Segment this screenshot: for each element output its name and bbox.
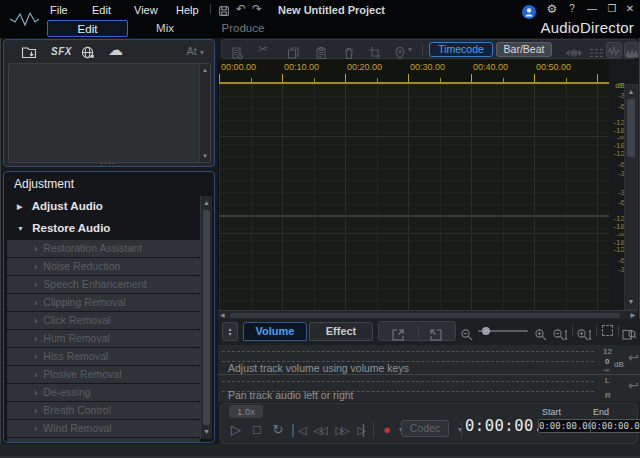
spectral-view-button[interactable]	[624, 42, 640, 58]
stop-button[interactable]: □	[247, 420, 267, 440]
chevron-icon: ›	[34, 240, 37, 257]
crop-trim-icon[interactable]	[368, 43, 382, 61]
zoom-in-horizontal-icon[interactable]	[534, 325, 548, 343]
adjustment-item-hiss-removal[interactable]: ›Hiss Removal	[7, 348, 200, 365]
window-bottom-strip	[0, 444, 640, 458]
scroll-down-icon[interactable]: ▼	[200, 151, 210, 161]
paste-icon[interactable]	[314, 43, 328, 61]
track2-center-line	[219, 233, 609, 234]
waveform-canvas[interactable]	[219, 84, 609, 310]
undo-icon[interactable]: ↶	[236, 2, 246, 16]
timecode-button[interactable]: Timecode	[429, 42, 493, 57]
rewind-button[interactable]: ◁◁	[309, 420, 329, 440]
help-button[interactable]: ?	[564, 2, 580, 16]
hscroll-thumb[interactable]	[230, 313, 620, 318]
pan-reset-icon[interactable]: ↩	[628, 378, 639, 393]
adjustment-item-noise-reduction[interactable]: ›Noise Reduction	[7, 258, 200, 275]
adjustment-item-dereverb[interactable]: ›DeReverb	[7, 438, 200, 443]
volume-reset-icon[interactable]: ↩	[628, 350, 639, 365]
sfx-library-button[interactable]: SFX	[51, 46, 72, 62]
adjustment-item-de-essing[interactable]: ›De-essing	[7, 384, 200, 401]
user-avatar[interactable]	[522, 2, 536, 20]
scroll-up-icon[interactable]: ▲	[200, 65, 210, 75]
scroll-down-icon[interactable]: ▼	[625, 297, 637, 307]
menu-help[interactable]: Help	[170, 3, 205, 17]
time-stretch-icon[interactable]	[566, 43, 582, 61]
adjustment-item-breath-control[interactable]: ›Breath Control	[7, 402, 200, 419]
media-library-list[interactable]: ▲ ▼	[8, 63, 211, 163]
panel-expand-button[interactable]: ▴ ▾	[222, 322, 238, 341]
adjustment-item-hum-removal[interactable]: ›Hum Removal	[7, 330, 200, 347]
delete-trash-icon[interactable]	[342, 43, 356, 61]
track-divider[interactable]	[219, 215, 609, 217]
zoom-out-horizontal-icon[interactable]	[460, 325, 474, 343]
adjustment-item-click-removal[interactable]: ›Click Removal	[7, 312, 200, 329]
start-time-field[interactable]: 0:00:00.000	[538, 419, 596, 433]
tab-produce[interactable]: Produce	[208, 20, 278, 37]
loop-button[interactable]: ↻	[268, 420, 288, 440]
go-to-start-button[interactable]: ▏◁	[288, 420, 308, 440]
zoom-out-vertical-icon[interactable]	[552, 325, 568, 343]
keyframe-in-icon[interactable]	[391, 325, 405, 343]
timeline-vertical-scrollbar[interactable]: ▲ ▼	[624, 84, 638, 310]
go-to-end-button[interactable]: ▷▏	[353, 420, 373, 440]
zoom-to-region-icon[interactable]	[622, 325, 637, 343]
adjustment-scrollbar[interactable]: ▲ ▼	[200, 196, 212, 439]
adjustment-item-wind-removal[interactable]: ›Wind Removal	[7, 420, 200, 437]
panel-resize-handle[interactable]: ····	[100, 160, 116, 166]
timeline-ruler[interactable]: 00:00.00 00:10.00 00:20.00 00:30.00 00:4…	[219, 60, 609, 84]
adjustment-item-speech-enhancement[interactable]: ›Speech Enhancement	[7, 276, 200, 293]
cut-icon[interactable]: ✂	[258, 42, 268, 56]
adjustment-item-restoration-assistant[interactable]: ›Restoration Assistant	[7, 240, 200, 257]
zoom-in-vertical-icon[interactable]	[576, 325, 592, 343]
codec-button[interactable]: Codec	[401, 420, 449, 437]
marker-pin-icon[interactable]	[394, 43, 406, 61]
sort-button[interactable]: At ▾	[187, 45, 204, 57]
playback-speed-button[interactable]: 1.0x	[229, 405, 263, 418]
cloud-icon[interactable]: ☁	[108, 41, 123, 57]
adjustment-item-plosive-removal[interactable]: ›Plosive Removal	[7, 366, 200, 383]
import-media-icon[interactable]	[21, 43, 37, 59]
redo-icon[interactable]: ↷	[252, 2, 262, 16]
timeline-horizontal-scrollbar[interactable]: ◀ ▶	[218, 310, 637, 319]
save-icon[interactable]	[218, 3, 230, 17]
pan-keyframe-row[interactable]: Pan track audio left or right L R ↩	[218, 375, 640, 402]
adjustment-item-clipping-removal[interactable]: ›Clipping Removal	[7, 294, 200, 311]
fast-forward-button[interactable]: ▷▷	[331, 420, 351, 440]
settings-gear-icon[interactable]: ⚙	[544, 2, 560, 16]
edit-file-icon[interactable]	[230, 43, 244, 61]
zoom-separator	[572, 325, 573, 337]
download-content-globe-icon[interactable]	[80, 43, 96, 59]
copy-icon[interactable]	[286, 43, 300, 61]
menu-edit[interactable]: Edit	[86, 3, 117, 17]
play-button[interactable]: ▷	[226, 420, 246, 440]
marquee-select-icon[interactable]	[602, 325, 613, 336]
tab-mix[interactable]: Mix	[130, 20, 200, 37]
zoom-slider-handle[interactable]	[482, 327, 490, 335]
maximize-button[interactable]: ❒	[604, 2, 620, 16]
menu-view[interactable]: View	[128, 3, 164, 17]
volume-keyframe-row[interactable]: Adjust track volume using volume keys 12…	[218, 345, 640, 374]
keyframe-button-group	[378, 321, 456, 341]
bar-beat-button[interactable]: Bar/Beat	[496, 42, 552, 57]
tab-volume[interactable]: Volume	[243, 322, 307, 341]
vscroll-thumb[interactable]	[627, 99, 635, 157]
menu-file[interactable]: File	[44, 3, 74, 17]
pitch-bend-icon[interactable]	[588, 43, 604, 61]
waveform-view-button[interactable]	[606, 42, 622, 58]
clip-editor-panel: ▴ ▾ Volume Effect	[218, 319, 640, 444]
scroll-up-icon[interactable]: ▲	[201, 198, 212, 208]
scroll-up-icon[interactable]: ▲	[625, 87, 637, 97]
tab-edit[interactable]: Edit	[47, 20, 128, 37]
zoom-slider[interactable]	[478, 330, 528, 332]
scroll-down-icon[interactable]: ▼	[201, 427, 212, 437]
close-button[interactable]: ✕	[622, 2, 638, 16]
tab-effect[interactable]: Effect	[309, 322, 373, 341]
marker-caret-icon[interactable]: ▾	[408, 45, 412, 54]
minimize-button[interactable]: —	[584, 2, 600, 16]
section-adjust-audio[interactable]: ▶ Adjust Audio	[7, 196, 200, 216]
section-restore-audio[interactable]: ▼ Restore Audio	[7, 218, 200, 238]
adjustment-scroll-thumb[interactable]	[203, 210, 210, 425]
end-time-field[interactable]: 0:00:00.000	[590, 419, 640, 433]
library-scrollbar[interactable]: ▲ ▼	[199, 64, 210, 162]
